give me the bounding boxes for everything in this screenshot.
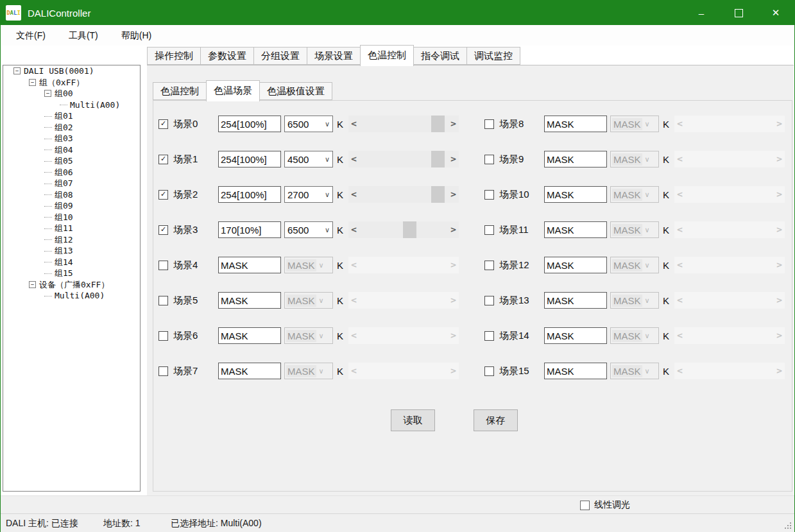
scroll-right-icon[interactable]: >: [448, 221, 459, 238]
scene-checkbox[interactable]: [484, 331, 494, 341]
color-temp-dropdown[interactable]: 6500∨: [284, 221, 333, 238]
tree-item[interactable]: Multi(A00): [3, 99, 140, 111]
scene-value-input[interactable]: [544, 292, 607, 309]
color-temp-dropdown[interactable]: MASK∨: [284, 327, 333, 344]
scene-checkbox[interactable]: [484, 119, 494, 129]
close-button[interactable]: ✕: [757, 1, 794, 25]
scene-scrollbar[interactable]: <>: [348, 221, 459, 238]
scroll-left-icon[interactable]: <: [348, 363, 359, 379]
scroll-right-icon[interactable]: >: [448, 186, 459, 203]
scene-checkbox[interactable]: [484, 296, 494, 305]
scene-value-input[interactable]: [218, 186, 281, 203]
scroll-right-icon[interactable]: >: [774, 292, 785, 309]
tree-item[interactable]: 组01: [3, 110, 140, 122]
scene-value-input[interactable]: [218, 327, 281, 344]
tree-collapse-icon[interactable]: −: [13, 67, 21, 74]
tree-item[interactable]: −设备（广播0xFF）: [3, 279, 140, 291]
maximize-button[interactable]: [720, 1, 757, 25]
color-temp-dropdown[interactable]: MASK∨: [610, 186, 659, 203]
scroll-left-icon[interactable]: <: [674, 327, 685, 344]
scrollbar-thumb[interactable]: [431, 186, 445, 203]
scroll-right-icon[interactable]: >: [774, 116, 785, 132]
tab-分组设置[interactable]: 分组设置: [253, 47, 307, 65]
tree-item[interactable]: −组00: [3, 88, 140, 99]
tree-collapse-icon[interactable]: −: [29, 281, 36, 288]
scene-scrollbar[interactable]: <>: [348, 327, 459, 344]
scene-scrollbar[interactable]: <>: [674, 186, 785, 203]
scene-scrollbar[interactable]: <>: [674, 363, 785, 379]
scene-scrollbar[interactable]: <>: [674, 116, 785, 132]
scene-value-input[interactable]: [218, 116, 281, 132]
menu-help[interactable]: 帮助(H): [114, 25, 159, 46]
scene-checkbox[interactable]: [484, 261, 494, 270]
scene-value-input[interactable]: [218, 221, 281, 238]
scroll-right-icon[interactable]: >: [448, 292, 459, 309]
scroll-right-icon[interactable]: >: [774, 257, 785, 273]
scroll-left-icon[interactable]: <: [348, 186, 359, 203]
scrollbar-thumb[interactable]: [403, 221, 416, 238]
tree-item[interactable]: 组08: [3, 189, 140, 201]
read-button[interactable]: 读取: [391, 409, 435, 431]
scroll-left-icon[interactable]: <: [674, 186, 685, 203]
tree-item[interactable]: 组05: [3, 155, 140, 167]
scene-scrollbar[interactable]: <>: [348, 292, 459, 309]
tree-item[interactable]: 组06: [3, 167, 140, 178]
scene-value-input[interactable]: [544, 363, 607, 379]
color-temp-dropdown[interactable]: 2700∨: [284, 186, 333, 203]
tree-collapse-icon[interactable]: −: [44, 90, 51, 97]
scrollbar-thumb[interactable]: [431, 116, 445, 132]
scroll-left-icon[interactable]: <: [674, 257, 685, 273]
tree-item[interactable]: 组14: [3, 257, 140, 268]
tab-色温控制[interactable]: 色温控制: [360, 45, 414, 66]
scene-checkbox[interactable]: ✓: [158, 225, 168, 235]
scene-value-input[interactable]: [544, 221, 607, 238]
scene-scrollbar[interactable]: <>: [348, 186, 459, 203]
scroll-right-icon[interactable]: >: [774, 151, 785, 167]
color-temp-dropdown[interactable]: MASK∨: [284, 257, 333, 273]
scene-checkbox[interactable]: ✓: [158, 155, 168, 164]
tab-参数设置[interactable]: 参数设置: [200, 47, 254, 65]
color-temp-dropdown[interactable]: MASK∨: [610, 292, 659, 309]
scroll-right-icon[interactable]: >: [448, 151, 459, 167]
scroll-left-icon[interactable]: <: [674, 116, 685, 132]
scene-checkbox[interactable]: [158, 366, 168, 376]
linear-dimming-checkbox[interactable]: [580, 501, 590, 510]
tree-item[interactable]: Multi(A00): [3, 290, 140, 302]
scene-value-input[interactable]: [218, 363, 281, 379]
tree-item[interactable]: 组15: [3, 268, 140, 279]
scene-checkbox[interactable]: [158, 261, 168, 270]
scene-scrollbar[interactable]: <>: [348, 116, 459, 132]
tree-item[interactable]: 组02: [3, 122, 140, 133]
scene-scrollbar[interactable]: <>: [674, 221, 785, 238]
scene-value-input[interactable]: [544, 186, 607, 203]
tree-item[interactable]: −DALI USB(0001): [3, 65, 140, 77]
tree-item[interactable]: 组04: [3, 144, 140, 156]
scroll-right-icon[interactable]: >: [448, 116, 459, 132]
tab-场景设置[interactable]: 场景设置: [307, 47, 361, 65]
scene-scrollbar[interactable]: <>: [674, 327, 785, 344]
menu-file[interactable]: 文件(F): [8, 25, 53, 46]
scene-checkbox[interactable]: [158, 296, 168, 305]
scene-scrollbar[interactable]: <>: [348, 363, 459, 379]
tree-item[interactable]: 组10: [3, 212, 140, 223]
scroll-left-icon[interactable]: <: [348, 257, 359, 273]
tree-item[interactable]: 组07: [3, 178, 140, 189]
scene-value-input[interactable]: [544, 151, 607, 167]
scene-checkbox[interactable]: [484, 366, 494, 376]
scroll-right-icon[interactable]: >: [774, 327, 785, 344]
tree-item[interactable]: 组03: [3, 133, 140, 144]
subtab-色温极值设置[interactable]: 色温极值设置: [259, 82, 332, 100]
scene-value-input[interactable]: [218, 151, 281, 167]
scroll-right-icon[interactable]: >: [774, 186, 785, 203]
tab-指令调试[interactable]: 指令调试: [413, 47, 467, 65]
scene-scrollbar[interactable]: <>: [674, 292, 785, 309]
tab-操作控制[interactable]: 操作控制: [147, 47, 201, 65]
scroll-left-icon[interactable]: <: [674, 151, 685, 167]
scroll-left-icon[interactable]: <: [674, 363, 685, 379]
scene-scrollbar[interactable]: <>: [674, 151, 785, 167]
tree-item[interactable]: 组13: [3, 245, 140, 257]
scene-checkbox[interactable]: [484, 155, 494, 164]
scene-scrollbar[interactable]: <>: [674, 257, 785, 273]
tree-item[interactable]: −组（0xFF）: [3, 77, 140, 89]
save-button[interactable]: 保存: [474, 409, 518, 431]
